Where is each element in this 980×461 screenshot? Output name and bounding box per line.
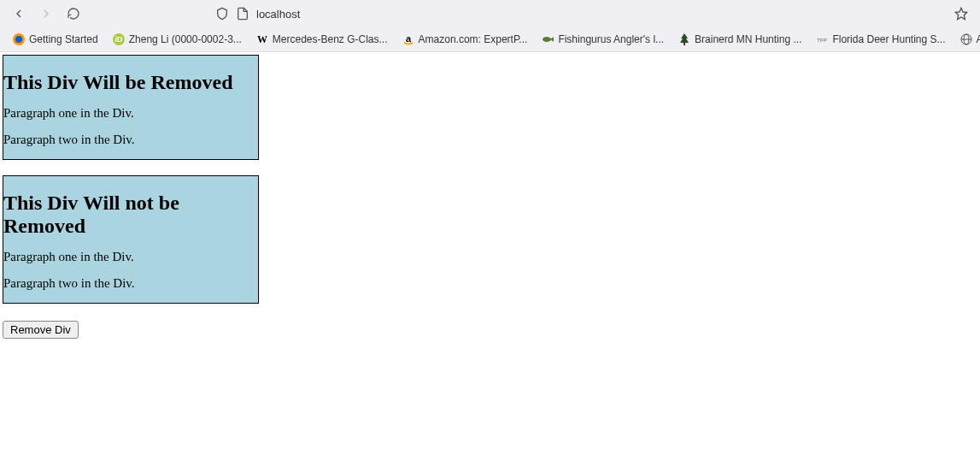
svg-text:a: a [405,33,411,44]
bookmark-label: Mercedes-Benz G-Clas... [273,33,388,45]
bookmark-label: Zheng Li (0000-0002-3... [129,33,242,45]
bookmark-zheng-li[interactable]: iD Zheng Li (0000-0002-3... [107,31,247,48]
svg-marker-9 [680,33,689,43]
svg-point-7 [543,37,551,42]
bookmark-florida-deer[interactable]: TFP Florida Deer Hunting S... [810,31,950,48]
svg-marker-8 [550,37,554,42]
star-icon [954,7,968,21]
svg-text:TFP: TFP [818,38,827,43]
removable-div: This Div Will be Removed Paragraph one i… [3,55,259,160]
div1-heading: This Div Will be Removed [3,71,258,94]
svg-marker-0 [955,8,966,19]
bookmark-label: Brainerd MN Hunting ... [695,33,801,45]
svg-point-2 [15,36,22,43]
document-icon [236,7,249,21]
url-text: localhost [256,8,300,21]
fish-icon [541,33,555,46]
div1-para2: Paragraph two in the Div. [3,133,258,147]
back-icon [12,7,26,21]
bookmarks-bar: Getting Started iD Zheng Li (0000-0002-3… [0,27,980,51]
svg-text:iD: iD [114,35,123,44]
bookmark-fishingurus[interactable]: Fishingurus Angler's l... [536,31,669,48]
bookmark-another[interactable]: Another r [954,31,980,48]
tree-icon [678,33,691,46]
wikipedia-icon: W [255,33,269,46]
browser-chrome: localhost Getting Started iD Zheng Li (0… [0,0,980,52]
div2-para2: Paragraph two in the Div. [3,276,258,291]
orcid-icon: iD [112,33,126,46]
back-button[interactable] [7,2,31,26]
bookmark-getting-started[interactable]: Getting Started [7,31,103,48]
bookmark-label: Amazon.com: ExpertP... [419,33,528,45]
bookmark-label: Florida Deer Hunting S... [832,33,945,45]
bookmark-mercedes[interactable]: W Mercedes-Benz G-Clas... [250,31,393,48]
forward-button[interactable] [34,2,58,26]
svg-text:W: W [257,33,267,45]
div1-para1: Paragraph one in the Div. [3,106,258,121]
reload-icon [67,7,80,21]
toolbar: localhost [0,0,980,27]
remove-div-button[interactable]: Remove Div [3,321,79,339]
shield-icon [215,7,229,21]
bookmark-amazon[interactable]: a Amazon.com: ExpertP... [396,31,533,48]
page-content: This Div Will be Removed Paragraph one i… [0,52,980,341]
forward-icon [39,7,53,21]
bookmark-label: Fishingurus Angler's l... [558,33,664,45]
bookmark-brainerd[interactable]: Brainerd MN Hunting ... [672,31,807,48]
div2-heading: This Div Will not be Removed [3,192,258,238]
div2-para1: Paragraph one in the Div. [3,250,258,264]
non-removable-div: This Div Will not be Removed Paragraph o… [3,175,259,304]
bookmark-label: Getting Started [29,33,98,45]
reload-button[interactable] [62,2,85,26]
globe-icon [959,33,973,46]
url-bar[interactable]: localhost [208,2,946,26]
bookmark-label: Another r [977,33,980,45]
firefox-icon [12,33,26,46]
text-icon: TFP [815,33,829,46]
svg-rect-10 [684,43,685,45]
bookmark-star-button[interactable] [949,2,973,26]
amazon-icon: a [402,33,415,46]
